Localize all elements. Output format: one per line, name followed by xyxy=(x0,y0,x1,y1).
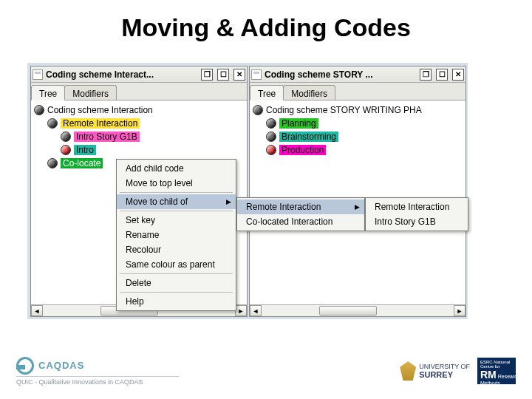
rm-bot: Methods xyxy=(480,381,513,386)
caqdas-logo: CAQDAS xyxy=(16,357,179,375)
tree-item-planning[interactable]: Planning xyxy=(251,117,464,130)
panel-coding-story: Coding scheme STORY ... ❐ ☐ ✕ Tree Modif… xyxy=(249,66,466,317)
scroll-right-button[interactable]: ► xyxy=(235,305,247,316)
menu-same-colour-as-parent[interactable]: Same colour as parent xyxy=(117,257,236,272)
stag-icon xyxy=(400,361,416,381)
panel-title-text: Coding scheme STORY ... xyxy=(265,69,415,80)
submenu-item-intro-story-g1b[interactable]: Intro Story G1B xyxy=(366,214,468,229)
panel-title-text: Coding scheme Interact... xyxy=(46,69,197,80)
submenu-item-label: Remote Interaction xyxy=(246,202,321,212)
scroll-right-button[interactable]: ► xyxy=(454,305,466,316)
panel-titlebar-left[interactable]: Coding scheme Interact... ❐ ☐ ✕ xyxy=(31,66,247,83)
menu-separator xyxy=(120,192,233,193)
tabs-left: Tree Modifiers xyxy=(31,83,247,100)
tab-modifiers[interactable]: Modifiers xyxy=(283,85,335,100)
menu-recolour[interactable]: Recolour xyxy=(117,242,236,257)
tree-item-remote-interaction[interactable]: Remote Interaction xyxy=(33,117,245,130)
surrey-logo: UNIVERSITY OF SURREY xyxy=(400,361,470,381)
scroll-left-button[interactable]: ◄ xyxy=(31,305,43,316)
tab-tree[interactable]: Tree xyxy=(250,85,284,100)
tree-item-label: Production xyxy=(279,145,326,155)
tree-root[interactable]: Coding scheme Interaction xyxy=(33,103,245,117)
submenu-move-target-2: Remote Interaction Intro Story G1B xyxy=(365,197,468,231)
tree-item-brainstorming[interactable]: Brainstorming xyxy=(251,130,464,143)
submenu-item-colocated-interaction[interactable]: Co-located Interaction xyxy=(237,214,364,229)
restore-button[interactable]: ❐ xyxy=(201,69,213,81)
close-button[interactable]: ✕ xyxy=(233,69,245,81)
tree-item-label: Co-locate xyxy=(61,158,103,168)
node-icon xyxy=(34,105,44,115)
app-workspace: Coding scheme Interact... ❐ ☐ ✕ Tree Mod… xyxy=(27,63,468,319)
node-icon xyxy=(253,105,263,115)
caqdas-icon xyxy=(16,357,34,375)
tree-root[interactable]: Coding scheme STORY WRITING PHA xyxy=(251,103,464,117)
rm-top: ESRC National Centre for xyxy=(480,360,513,369)
menu-rename[interactable]: Rename xyxy=(117,228,236,242)
tree-item-intro[interactable]: Intro xyxy=(33,143,245,157)
surrey-line1: UNIVERSITY OF xyxy=(419,363,470,370)
caqdas-text: CAQDAS xyxy=(38,360,84,371)
tree-item-production[interactable]: Production xyxy=(251,143,464,157)
menu-add-child-code[interactable]: Add child code xyxy=(117,161,236,176)
node-icon xyxy=(47,118,58,129)
tree-root-label: Coding scheme STORY WRITING PHA xyxy=(266,105,422,115)
scrollbar-horizontal[interactable]: ◄ ► xyxy=(250,304,466,316)
scroll-thumb[interactable] xyxy=(319,306,377,316)
close-button[interactable]: ✕ xyxy=(452,69,464,81)
tree-item-label: Intro xyxy=(74,145,96,155)
panel-titlebar-right[interactable]: Coding scheme STORY ... ❐ ☐ ✕ xyxy=(250,66,466,83)
tree-root-label: Coding scheme Interaction xyxy=(47,105,153,115)
tab-modifiers[interactable]: Modifiers xyxy=(64,85,117,100)
submenu-move-target: Remote Interaction ▶ Co-located Interact… xyxy=(236,197,365,231)
menu-delete[interactable]: Delete xyxy=(117,276,236,290)
menu-item-label: Move to child of xyxy=(126,197,188,207)
menu-separator xyxy=(120,273,233,274)
window-icon xyxy=(251,69,262,80)
slide-title: Moving & Adding Codes xyxy=(0,0,532,50)
context-menu: Add child code Move to top level Move to… xyxy=(116,159,236,311)
menu-separator xyxy=(120,211,233,211)
tree-item-label: Remote Interaction xyxy=(61,118,140,129)
research-methods-badge: ESRC National Centre for RM Research Met… xyxy=(477,358,516,384)
tab-tree[interactable]: Tree xyxy=(31,85,65,100)
tree-item-label: Planning xyxy=(279,118,318,129)
menu-help[interactable]: Help xyxy=(117,294,236,309)
menu-move-to-child-of[interactable]: Move to child of ▶ xyxy=(117,194,236,209)
node-icon xyxy=(61,132,71,142)
scroll-track[interactable] xyxy=(262,305,454,316)
rm-mid: Research xyxy=(498,374,520,379)
maximize-button[interactable]: ☐ xyxy=(217,69,229,81)
rm-big: RM xyxy=(480,369,497,381)
quic-text: QUIC - Qualitative Innovations in CAQDAS xyxy=(16,376,179,386)
scroll-left-button[interactable]: ◄ xyxy=(250,305,262,316)
node-icon xyxy=(266,145,276,155)
menu-separator xyxy=(120,292,233,293)
footer-left: CAQDAS QUIC - Qualitative Innovations in… xyxy=(16,357,179,386)
restore-button[interactable]: ❐ xyxy=(420,69,432,81)
submenu-item-remote-interaction[interactable]: Remote Interaction xyxy=(366,200,468,214)
menu-set-key[interactable]: Set key xyxy=(117,213,236,228)
tabs-right: Tree Modifiers xyxy=(250,83,466,100)
tree-item-label: Brainstorming xyxy=(279,132,338,142)
node-icon xyxy=(47,158,58,168)
submenu-item-remote-interaction[interactable]: Remote Interaction ▶ xyxy=(237,200,364,214)
maximize-button[interactable]: ☐ xyxy=(436,69,448,81)
footer-right: UNIVERSITY OF SURREY ESRC National Centr… xyxy=(400,358,516,384)
tree-item-label: Intro Story G1B xyxy=(74,132,140,142)
menu-move-to-top-level[interactable]: Move to top level xyxy=(117,176,236,191)
node-icon xyxy=(61,145,71,155)
window-icon xyxy=(33,69,43,80)
submenu-arrow-icon: ▶ xyxy=(226,198,231,205)
node-icon xyxy=(266,118,276,129)
submenu-arrow-icon: ▶ xyxy=(355,203,360,211)
slide-footer: CAQDAS QUIC - Qualitative Innovations in… xyxy=(16,353,516,389)
surrey-line2: SURREY xyxy=(419,370,470,379)
tree-item-intro-story-g1b[interactable]: Intro Story G1B xyxy=(33,130,245,143)
node-icon xyxy=(266,132,276,142)
